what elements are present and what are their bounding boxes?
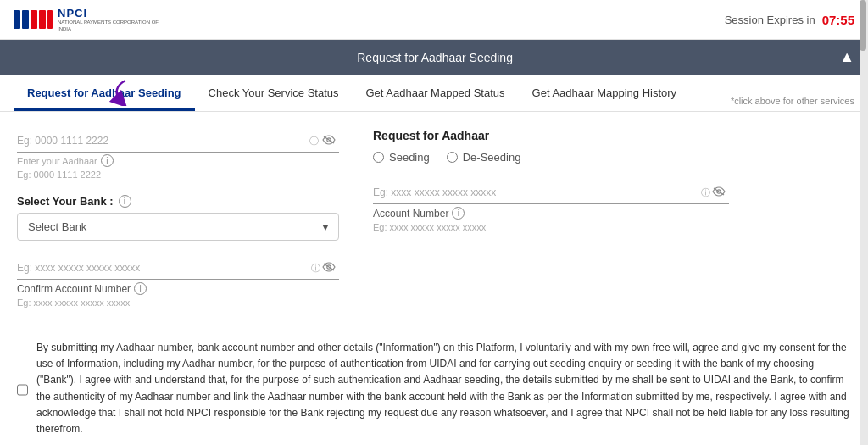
session-label: Session Expires in bbox=[725, 14, 815, 26]
bank-group: Select Your Bank : i Select Bank State B… bbox=[17, 195, 339, 241]
account-number-info: ⓘ bbox=[701, 186, 710, 199]
aadhaar-hint: Eg: 0000 1111 2222 bbox=[17, 170, 339, 180]
radio-de-seeding-label: De-Seeding bbox=[463, 151, 521, 164]
request-aadhaar-box: Request for Aadhaar Seeding De-Seeding bbox=[373, 129, 729, 164]
nav-item-mapping-history[interactable]: Get Aadhaar Mapping History bbox=[519, 75, 691, 111]
aadhaar-info-badge[interactable]: i bbox=[101, 154, 114, 167]
scrollbar-track[interactable] bbox=[860, 0, 868, 445]
account-number-hint: Eg: xxxx xxxxx xxxxx xxxxx bbox=[373, 222, 729, 232]
npci-logo-icon bbox=[14, 7, 54, 32]
consent-checkbox[interactable] bbox=[17, 342, 28, 437]
banner: Request for Aadhaar Seeding ▲ bbox=[0, 40, 868, 75]
nav-item-mapped-status[interactable]: Get Aadhaar Mapped Status bbox=[352, 75, 518, 111]
account-number-group: ⓘ Account Number i Eg: xxxx xxxxx xxxxx … bbox=[373, 181, 729, 232]
nav-item-seeding[interactable]: Request for Aadhaar Seeding bbox=[14, 75, 195, 111]
main-content: ⓘ Enter your Aadhaar i Eg: 0000 1111 222… bbox=[0, 112, 868, 331]
radio-de-seeding[interactable]: De-Seeding bbox=[447, 151, 521, 164]
account-number-mask-icon[interactable] bbox=[712, 186, 726, 199]
aadhaar-mask-icon[interactable] bbox=[322, 134, 336, 147]
nav-hint: *click above for other services bbox=[731, 96, 854, 106]
top-bar: NPCI NATIONAL PAYMENTS CORPORATION OF IN… bbox=[0, 0, 868, 40]
radio-seeding-input[interactable] bbox=[373, 152, 384, 163]
banner-chevron[interactable]: ▲ bbox=[839, 48, 854, 66]
bank-select-wrapper: Select Bank State Bank of India HDFC Ban… bbox=[17, 213, 339, 241]
right-section: Request for Aadhaar Seeding De-Seeding bbox=[373, 129, 729, 323]
aadhaar-input-wrapper: ⓘ bbox=[17, 129, 339, 153]
npci-logo: NPCI NATIONAL PAYMENTS CORPORATION OF IN… bbox=[14, 7, 159, 32]
nav-bar: Request for Aadhaar Seeding Check Your S… bbox=[0, 75, 868, 112]
aadhaar-info-icon: ⓘ bbox=[309, 135, 319, 147]
svg-rect-1 bbox=[22, 10, 29, 29]
bank-label: Select Your Bank : i bbox=[17, 195, 339, 208]
radio-de-seeding-input[interactable] bbox=[447, 152, 458, 163]
confirm-account-info-badge[interactable]: i bbox=[134, 282, 147, 295]
npci-text: NPCI bbox=[58, 7, 159, 19]
banner-title: Request for Aadhaar Seeding bbox=[31, 51, 839, 64]
bank-info-icon[interactable]: i bbox=[119, 195, 131, 208]
confirm-account-group: ⓘ Confirm Account Number i Eg: xxxx xxxx… bbox=[17, 256, 339, 308]
svg-rect-4 bbox=[47, 10, 53, 29]
aadhaar-group: ⓘ Enter your Aadhaar i Eg: 0000 1111 222… bbox=[17, 129, 339, 180]
radio-group: Seeding De-Seeding bbox=[373, 151, 729, 164]
svg-rect-0 bbox=[14, 10, 20, 29]
session-info: Session Expires in 07:55 bbox=[725, 13, 854, 27]
confirm-account-input[interactable] bbox=[17, 256, 339, 280]
aadhaar-label: Enter your Aadhaar bbox=[17, 156, 97, 166]
consent-text: By submitting my Aadhaar number, bank ac… bbox=[36, 340, 851, 437]
radio-seeding[interactable]: Seeding bbox=[373, 151, 430, 164]
account-number-info-badge[interactable]: i bbox=[452, 207, 465, 220]
account-number-wrapper: ⓘ bbox=[373, 181, 729, 204]
svg-rect-2 bbox=[31, 10, 37, 29]
account-number-label: Account Number bbox=[373, 208, 448, 220]
confirm-account-wrapper: ⓘ bbox=[17, 256, 339, 280]
aadhaar-input[interactable] bbox=[17, 129, 339, 153]
consent-section: By submitting my Aadhaar number, bank ac… bbox=[0, 340, 868, 445]
confirm-account-label: Confirm Account Number bbox=[17, 283, 131, 295]
scrollbar-thumb[interactable] bbox=[860, 0, 866, 51]
svg-rect-3 bbox=[39, 10, 46, 29]
session-timer: 07:55 bbox=[822, 13, 854, 27]
radio-seeding-label: Seeding bbox=[389, 151, 430, 164]
confirm-account-hint: Eg: xxxx xxxxx xxxxx xxxxx bbox=[17, 298, 339, 308]
bank-select[interactable]: Select Bank State Bank of India HDFC Ban… bbox=[17, 213, 339, 241]
npci-tagline: NATIONAL PAYMENTS CORPORATION OF INDIA bbox=[58, 19, 159, 31]
confirm-account-mask-icon[interactable] bbox=[322, 261, 336, 275]
left-section: ⓘ Enter your Aadhaar i Eg: 0000 1111 222… bbox=[17, 129, 339, 323]
confirm-account-info: ⓘ bbox=[311, 262, 320, 275]
nav-item-service-status[interactable]: Check Your Service Status bbox=[195, 75, 353, 111]
request-aadhaar-title: Request for Aadhaar bbox=[373, 129, 729, 142]
account-number-input[interactable] bbox=[373, 181, 729, 204]
